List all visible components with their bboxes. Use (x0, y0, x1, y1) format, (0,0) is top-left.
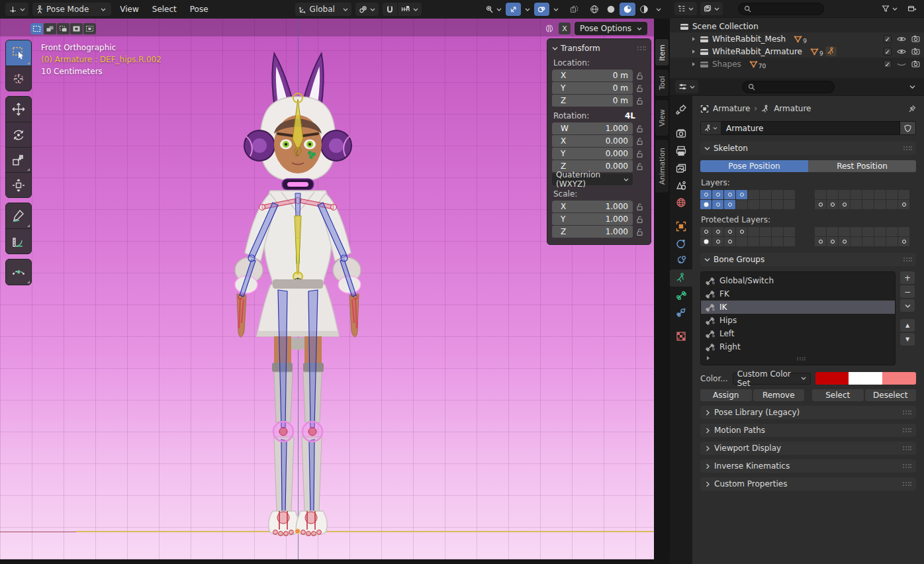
outliner-item-label[interactable]: WhiteRabbit_Mesh (712, 34, 786, 44)
remove-button[interactable]: Remove (753, 389, 805, 401)
properties-tab-physics[interactable] (670, 235, 692, 252)
bone-group-item[interactable]: Right (701, 340, 895, 353)
fake-user-shield-button[interactable] (900, 121, 916, 135)
layer-cell[interactable] (712, 200, 723, 209)
properties-tab-world[interactable] (670, 194, 692, 211)
scale-y-field[interactable]: Y1.000 (552, 213, 633, 225)
panel-grip-icon[interactable] (902, 479, 911, 489)
panel-grip-icon[interactable] (902, 444, 911, 453)
shading-wireframe-button[interactable] (586, 3, 602, 16)
location-z-field[interactable]: Z0 m (552, 95, 633, 107)
remove-bone-group-button[interactable]: − (900, 285, 915, 298)
protected-layer-cell[interactable] (839, 237, 850, 246)
properties-tab-render[interactable] (670, 125, 692, 142)
shading-material-button[interactable] (620, 3, 635, 16)
bone-groups-panel-header[interactable]: Bone Groups (700, 253, 916, 266)
outliner-row[interactable]: WhiteRabbit_Armature9✓ (670, 45, 924, 58)
move-group-up-button[interactable]: ▲ (900, 319, 915, 332)
menu-select[interactable]: Select (148, 3, 181, 16)
add-bone-group-button[interactable]: + (900, 271, 915, 284)
protected-layer-cell[interactable] (700, 237, 712, 246)
protected-layer-cell[interactable] (851, 227, 862, 236)
collapsed-panel-pose-library-legacy-[interactable]: Pose Library (Legacy) (700, 406, 916, 419)
lock-rotation-y[interactable] (633, 150, 646, 158)
layer-cell[interactable] (736, 190, 747, 199)
outliner-row[interactable]: WhiteRabbit_Mesh9✓ (670, 32, 924, 45)
exclude-checkbox[interactable]: ✓ (884, 35, 892, 43)
layer-cell[interactable] (862, 200, 874, 209)
select-mode-intersect[interactable] (83, 23, 96, 34)
properties-tab-bone-constraints[interactable] (670, 304, 692, 321)
viewport-3d[interactable]: X Pose Options Front Orthographic (0) Ar… (0, 19, 654, 559)
outliner-item-label[interactable]: Scene Collection (692, 22, 759, 31)
tool-transform[interactable] (6, 172, 31, 197)
xray-toggle[interactable] (567, 3, 582, 16)
exclude-checkbox[interactable]: ✓ (884, 48, 892, 56)
show-gizmo-toggle[interactable] (506, 3, 521, 16)
protected-layer-cell[interactable] (874, 227, 886, 236)
shading-dropdown[interactable] (653, 3, 665, 16)
lock-rotation-x[interactable] (633, 137, 646, 146)
collapsed-panel-motion-paths[interactable]: Motion Paths (700, 424, 916, 437)
color-swatch-1[interactable] (849, 372, 882, 385)
scale-x-field[interactable]: X1.000 (552, 201, 633, 212)
color-set-dropdown[interactable]: Custom Color Set (733, 373, 811, 385)
protected-layer-cell[interactable] (886, 227, 898, 236)
layer-cell[interactable] (898, 200, 909, 209)
tool-annotate[interactable] (6, 203, 31, 228)
protected-layer-cell[interactable] (898, 237, 909, 246)
layer-cell[interactable] (874, 200, 886, 209)
layer-cell[interactable] (827, 190, 838, 199)
protected-layer-cell[interactable] (827, 227, 838, 236)
camera-visibility-icon[interactable] (911, 60, 920, 68)
menu-view[interactable]: View (115, 3, 143, 16)
snap-settings-button[interactable] (398, 3, 422, 16)
show-overlays-dropdown[interactable] (550, 3, 562, 16)
select-mode-subtract[interactable] (57, 23, 69, 34)
outliner-search-input[interactable] (738, 3, 824, 15)
scale-z-field[interactable]: Z1.000 (552, 226, 633, 238)
sidebar-tab-animation[interactable]: Animation (655, 139, 669, 193)
tool-pose-breakdowner[interactable] (6, 259, 31, 285)
tool-move[interactable] (6, 97, 31, 122)
protected-layer-cell[interactable] (724, 227, 735, 236)
layer-cell[interactable] (862, 190, 874, 199)
eye-open-icon[interactable] (897, 48, 906, 55)
panel-grip-icon[interactable] (902, 426, 911, 435)
select-mode-extend[interactable] (44, 23, 56, 34)
protected-layer-cell[interactable] (815, 227, 826, 236)
panel-grip-icon[interactable] (637, 44, 646, 53)
protected-layer-cell[interactable] (712, 227, 723, 236)
layer-cell[interactable] (815, 190, 826, 199)
layer-cell[interactable] (827, 200, 838, 209)
tool-select-box[interactable] (6, 40, 31, 66)
armature-name-field[interactable]: Armature (700, 121, 916, 135)
pin-icon[interactable] (908, 105, 916, 113)
outliner-display-mode-button[interactable] (700, 2, 723, 15)
layer-cell[interactable] (784, 190, 795, 199)
outliner-item-label[interactable]: Shapes (712, 60, 741, 69)
tool-rotate[interactable] (6, 122, 31, 147)
layer-cell[interactable] (700, 190, 712, 199)
layer-cell[interactable] (839, 200, 850, 209)
layer-cell[interactable] (886, 190, 898, 199)
protected-layer-cell[interactable] (839, 227, 850, 236)
properties-search-input[interactable] (742, 81, 835, 93)
sidebar-tab-view[interactable]: View (655, 99, 669, 136)
properties-tab-object-constraints[interactable] (670, 252, 692, 269)
breadcrumb-data[interactable]: Armature (774, 104, 811, 113)
protected-layer-cell[interactable] (736, 237, 747, 246)
collapsed-panel-viewport-display[interactable]: Viewport Display (700, 442, 916, 455)
layer-cell[interactable] (886, 200, 898, 209)
pose-options-dropdown[interactable]: Pose Options (575, 22, 647, 35)
layer-cell[interactable] (772, 200, 783, 209)
layer-cell[interactable] (748, 200, 759, 209)
protected-layer-cell[interactable] (784, 237, 795, 246)
id-type-button[interactable] (700, 121, 721, 135)
bone-group-item[interactable]: IK (701, 301, 895, 314)
assign-button[interactable]: Assign (700, 389, 752, 401)
lock-scale-y[interactable] (633, 215, 646, 224)
panel-grip-icon[interactable] (902, 461, 911, 471)
select-mode-set[interactable] (30, 23, 43, 34)
lock-location-z[interactable] (633, 97, 646, 105)
